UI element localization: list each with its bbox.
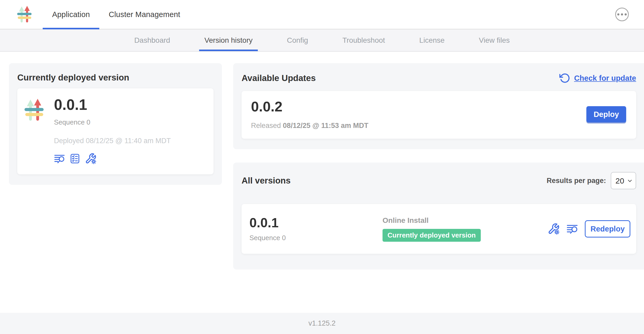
deployed-sequence: Sequence 0 [54, 118, 171, 126]
tab-dashboard-label: Dashboard [134, 36, 170, 45]
deployed-version-info: 0.0.1 Sequence 0 Deployed 08/12/25 @ 11:… [54, 96, 171, 164]
update-info: 0.0.2 Released 08/12/25 @ 11:53 am MDT [251, 99, 368, 130]
check-for-update-label: Check for update [574, 74, 636, 83]
tab-application[interactable]: Application [43, 0, 99, 29]
row-status: Online Install Currently deployed versio… [383, 216, 548, 242]
deploy-button[interactable]: Deploy [586, 106, 626, 122]
update-row: 0.0.2 Released 08/12/25 @ 11:53 am MDT D… [242, 91, 636, 139]
right-column: Available Updates Check for update 0.0.2… [233, 63, 644, 270]
redeploy-button[interactable]: Redeploy [585, 220, 630, 238]
version-row: 0.0.1 Sequence 0 Online Install Currentl… [242, 204, 636, 254]
top-nav: Application Cluster Management [43, 0, 190, 29]
dot [621, 13, 623, 15]
tab-troubleshoot-label: Troubleshoot [342, 36, 385, 45]
currently-deployed-title: Currently deployed version [17, 73, 214, 83]
tab-cluster-management-label: Cluster Management [109, 10, 180, 19]
app-screen: Application Cluster Management Dashboard… [0, 0, 644, 334]
ellipsis-menu-icon[interactable] [615, 8, 629, 21]
tab-application-label: Application [52, 10, 90, 19]
available-updates-header: Available Updates Check for update [242, 73, 636, 84]
tab-config-label: Config [287, 36, 308, 45]
check-for-update-link[interactable]: Check for update [559, 73, 636, 84]
app-subnav: Dashboard Version history Config Trouble… [0, 29, 644, 52]
tab-license[interactable]: License [414, 29, 450, 51]
results-per-page: Results per page: 20 [547, 172, 636, 189]
row-sequence: Sequence 0 [249, 234, 383, 242]
console-version: v1.125.2 [308, 319, 336, 327]
currently-deployed-card: Currently deployed version 0.0.1 Sequenc… [9, 63, 222, 185]
edit-config-icon[interactable] [85, 153, 96, 164]
preflight-checks-icon[interactable] [70, 153, 80, 164]
deployed-actions [54, 153, 171, 164]
top-header: Application Cluster Management [0, 0, 644, 29]
dot [617, 13, 619, 15]
currently-deployed-badge: Currently deployed version [383, 229, 481, 242]
app-logo-icon [17, 5, 32, 24]
all-versions-card: All versions Results per page: 20 [233, 163, 644, 270]
available-updates-card: Available Updates Check for update 0.0.2… [233, 63, 644, 149]
results-per-page-select-wrap: 20 [611, 172, 636, 189]
available-updates-title: Available Updates [242, 73, 316, 83]
tab-view-files-label: View files [479, 36, 510, 45]
tab-config[interactable]: Config [282, 29, 313, 51]
tab-cluster-management[interactable]: Cluster Management [99, 0, 190, 29]
update-version-number: 0.0.2 [251, 99, 368, 114]
all-versions-header: All versions Results per page: 20 [242, 172, 636, 189]
view-logs-icon[interactable] [54, 153, 65, 164]
deployed-timestamp: Deployed 08/12/25 @ 11:40 am MDT [54, 137, 171, 145]
results-per-page-label: Results per page: [547, 177, 606, 185]
tab-version-history[interactable]: Version history [199, 29, 258, 51]
currently-deployed-version-panel: 0.0.1 Sequence 0 Deployed 08/12/25 @ 11:… [17, 88, 214, 174]
dot [625, 13, 627, 15]
tab-license-label: License [419, 36, 445, 45]
install-type-label: Online Install [383, 216, 548, 225]
row-actions: Redeploy [548, 220, 630, 238]
view-logs-icon[interactable] [566, 223, 578, 235]
app-logo-icon [24, 98, 44, 122]
released-date: 08/12/25 @ 11:53 am MDT [283, 122, 369, 130]
edit-config-icon[interactable] [548, 223, 560, 235]
main-content: Currently deployed version 0.0.1 Sequenc… [0, 52, 644, 313]
refresh-icon [559, 73, 570, 84]
update-released-timestamp: Released 08/12/25 @ 11:53 am MDT [251, 122, 368, 130]
results-per-page-select[interactable]: 20 [611, 172, 636, 189]
row-version-info: 0.0.1 Sequence 0 [249, 216, 383, 242]
row-version-number: 0.0.1 [249, 216, 383, 230]
tab-view-files[interactable]: View files [474, 29, 515, 51]
tab-version-history-label: Version history [204, 36, 253, 45]
tab-troubleshoot[interactable]: Troubleshoot [337, 29, 390, 51]
tab-dashboard[interactable]: Dashboard [129, 29, 175, 51]
deployed-version-number: 0.0.1 [54, 96, 171, 114]
footer: v1.125.2 [0, 313, 644, 334]
all-versions-title: All versions [242, 176, 291, 186]
released-prefix: Released [251, 122, 281, 130]
